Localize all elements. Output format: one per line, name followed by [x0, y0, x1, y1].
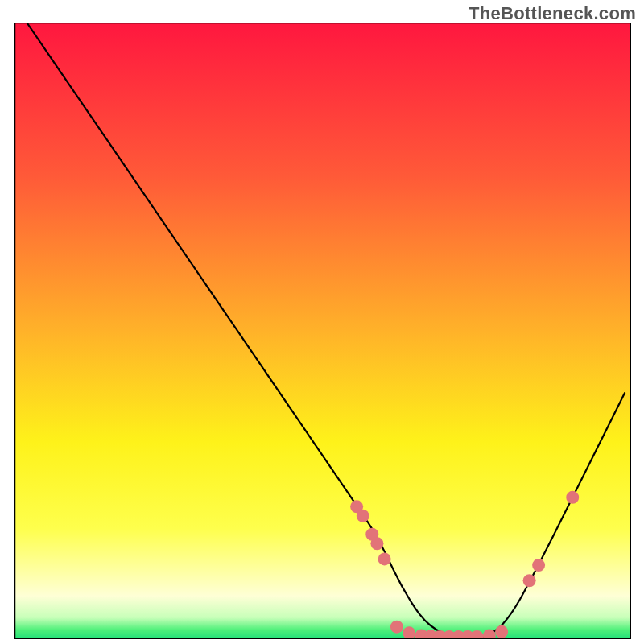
- marker-dot: [532, 559, 545, 572]
- marker-dot: [390, 621, 403, 634]
- marker-dot: [566, 491, 579, 504]
- watermark-text: TheBottleneck.com: [469, 3, 636, 24]
- marker-dot: [370, 537, 383, 550]
- marker-dot: [357, 510, 369, 522]
- marker-dot: [402, 626, 415, 639]
- chart-container: TheBottleneck.com: [0, 0, 644, 644]
- marker-dot: [378, 552, 391, 565]
- marker-dot: [495, 625, 508, 638]
- marker-dot: [523, 574, 536, 587]
- chart-svg: [14, 23, 631, 639]
- gradient-background: [14, 23, 631, 639]
